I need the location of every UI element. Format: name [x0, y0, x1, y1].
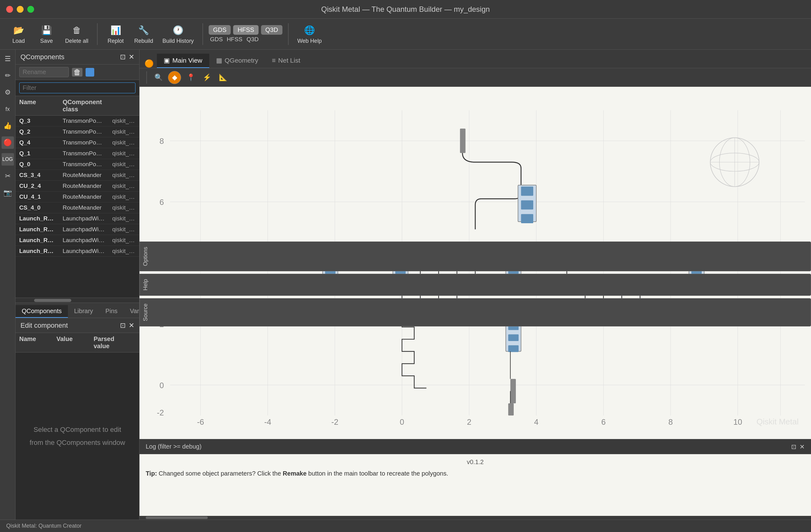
svg-rect-58 — [510, 379, 516, 403]
svg-text:2: 2 — [467, 417, 471, 426]
table-row[interactable]: Launch_Readout_2 LaunchpadWirebond qiski… — [15, 224, 139, 235]
rename-input[interactable] — [19, 67, 69, 77]
table-row[interactable]: Launch_Readout_3 LaunchpadWirebond qiski… — [15, 213, 139, 224]
table-row[interactable]: CS_3_4 RouteMeander qiskit_me — [15, 170, 139, 181]
cell-class: RouteMeander — [59, 183, 108, 189]
edit-expand-icon[interactable]: ⊡ — [120, 321, 125, 330]
measure-icon[interactable]: 📐 — [216, 71, 229, 84]
edit-col-value: Value — [53, 335, 90, 350]
table-row[interactable]: CU_4_1 RouteMeander qiskit_me — [15, 192, 139, 202]
table-row[interactable]: Q_4 TransmonPocket6 qiskit_me — [15, 137, 139, 148]
horizontal-scrollbar[interactable] — [15, 298, 139, 303]
edit-close-icon[interactable]: ✕ — [129, 321, 134, 330]
formula-icon[interactable]: fx — [2, 103, 14, 115]
edit-empty-text1: Select a QComponent to edit — [33, 426, 121, 434]
table-row[interactable]: Launch_Readout_1 LaunchpadWirebond qiski… — [15, 246, 139, 257]
table-row[interactable]: Q_2 TransmonPocket6 qiskit_me — [15, 126, 139, 137]
svg-text:8: 8 — [160, 137, 164, 146]
table-row[interactable]: CS_4_0 RouteMeander qiskit_me — [15, 202, 139, 213]
load-button[interactable]: 📂 Load — [6, 22, 31, 46]
cell-class: LaunchpadWirebond — [59, 215, 108, 222]
export-q3d-button[interactable]: Q3D — [261, 25, 282, 35]
red-circle-icon[interactable]: 🔴 — [2, 136, 14, 149]
viewer-toolbar-sep1 — [146, 71, 147, 84]
cell-name: Q_2 — [15, 128, 59, 135]
svg-text:4: 4 — [534, 417, 538, 426]
cut-icon[interactable]: ✂ — [2, 170, 14, 182]
color-swatch[interactable] — [86, 68, 94, 77]
delete-component-button[interactable]: 🗑 — [72, 68, 82, 77]
scrollbar-thumb[interactable] — [34, 299, 71, 302]
zoom-icon[interactable]: 🔍 — [152, 71, 165, 84]
build-history-button[interactable]: 🕐 Build History — [159, 22, 197, 46]
col-class: QComponent class — [59, 98, 108, 113]
tab-qcomponents[interactable]: QComponents — [15, 305, 68, 318]
log-tip: Tip: Changed some object parameters? Cli… — [146, 470, 805, 477]
delete-all-button[interactable]: 🗑 Delete all — [62, 22, 91, 46]
pin-icon[interactable]: ⚡ — [200, 71, 213, 84]
table-row[interactable]: Q_1 TransmonPocket6 qiskit_me — [15, 148, 139, 159]
source-tab[interactable]: Source — [139, 298, 811, 326]
cell-module: qiskit_me — [108, 237, 139, 244]
filter-input[interactable] — [19, 82, 136, 93]
cell-class: TransmonPocket6 — [59, 118, 108, 124]
table-row[interactable]: Q_3 TransmonPocket6 qiskit_me — [15, 116, 139, 126]
svg-text:6: 6 — [601, 417, 606, 426]
save-icon: 💾 — [40, 24, 53, 36]
log-icon[interactable]: LOG — [2, 153, 14, 166]
tab-net-list[interactable]: ≡ Net List — [265, 54, 307, 68]
log-version: v0.1.2 — [146, 458, 805, 466]
export-gds-label: GDS — [209, 36, 224, 43]
cell-name: Q_1 — [15, 150, 59, 157]
maximize-button[interactable] — [27, 6, 34, 13]
save-button[interactable]: 💾 Save — [34, 22, 59, 46]
table-row[interactable]: Launch_Readout_4 LaunchpadWirebond qiski… — [15, 235, 139, 246]
marker-icon[interactable]: 📍 — [184, 71, 197, 84]
tab-pins[interactable]: Pins — [99, 305, 124, 318]
cell-class: TransmonPocket6 — [59, 128, 108, 135]
svg-rect-54 — [508, 334, 518, 341]
cell-class: TransmonPocket6 — [59, 150, 108, 157]
rename-bar: 🗑 — [15, 64, 139, 80]
web-help-icon: 🌐 — [303, 24, 316, 36]
qcomponents-title: QComponents — [20, 53, 64, 61]
svg-rect-34 — [521, 200, 533, 210]
log-expand-icon[interactable]: ⊡ — [791, 443, 796, 451]
cell-class: TransmonPocket6 — [59, 161, 108, 168]
rebuild-button[interactable]: 🔧 Rebuild — [131, 22, 156, 46]
export-hfss-button[interactable]: HFSS — [233, 25, 258, 35]
log-scroll-thumb[interactable] — [146, 517, 208, 519]
statusbar-text: Qiskit Metal: Quantum Creator — [6, 523, 81, 529]
bottom-tabs: QComponents Library Pins Variables — [15, 303, 139, 318]
settings-icon[interactable]: ⚙ — [2, 86, 14, 98]
window-title: Qiskit Metal — The Quantum Builder — my_… — [321, 5, 490, 14]
cell-class: LaunchpadWirebond — [59, 248, 108, 255]
help-tab[interactable]: Help — [139, 274, 811, 296]
log-close-icon[interactable]: ✕ — [799, 443, 805, 451]
svg-rect-55 — [508, 345, 518, 352]
tab-library[interactable]: Library — [68, 305, 99, 318]
build-history-icon: 🕐 — [172, 24, 185, 36]
tab-main-view[interactable]: ▣ Main View — [157, 54, 209, 68]
replot-button[interactable]: 📊 Replot — [103, 22, 128, 46]
close-button[interactable] — [6, 6, 13, 13]
expand-icon[interactable]: ⊡ — [120, 53, 125, 61]
tab-qgeometry[interactable]: ▦ QGeometry — [209, 54, 265, 68]
hamburger-icon[interactable]: ☰ — [2, 53, 14, 65]
close-panel-icon[interactable]: ✕ — [129, 53, 134, 61]
select-icon[interactable]: ◆ — [168, 71, 181, 84]
minimize-button[interactable] — [17, 6, 24, 13]
viewer-toolbar: 🔍 ◆ 📍 ⚡ 📐 — [139, 68, 811, 87]
log-scrollbar[interactable] — [139, 516, 811, 520]
options-tab[interactable]: Options — [139, 242, 811, 271]
web-help-button[interactable]: 🌐 Web Help — [294, 22, 325, 46]
export-gds-button[interactable]: GDS — [209, 25, 231, 35]
camera-icon[interactable]: 📷 — [2, 187, 14, 199]
table-row[interactable]: Q_0 TransmonPocket6 qiskit_me — [15, 159, 139, 170]
log-header-text: Log (filter >= debug) — [146, 443, 201, 450]
table-row[interactable]: CU_2_4 RouteMeander qiskit_me — [15, 181, 139, 192]
cell-name: Q_3 — [15, 118, 59, 124]
pencil-icon[interactable]: ✏ — [2, 70, 14, 82]
statusbar: Qiskit Metal: Quantum Creator — [0, 520, 811, 532]
like-icon[interactable]: 👍 — [2, 120, 14, 132]
